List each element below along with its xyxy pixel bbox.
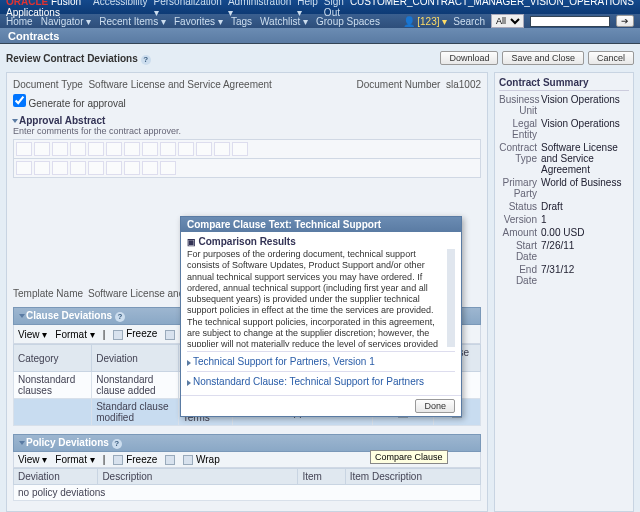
menu-favorites[interactable]: Favorites ▾ (174, 16, 223, 27)
summary-row: StatusDraft (499, 201, 629, 212)
comparison-results-title: ▣ Comparison Results (187, 236, 455, 247)
rte-icon[interactable] (232, 142, 248, 156)
menu-tags[interactable]: Tags (231, 16, 252, 27)
format-menu[interactable]: Format ▾ (55, 329, 94, 340)
col-category[interactable]: Category (14, 345, 92, 372)
summary-row: Business UnitVision Operations (499, 94, 629, 116)
comparison-text: For purposes of the ordering document, t… (187, 249, 455, 347)
rte-toolbar-2[interactable] (13, 159, 481, 178)
rte-icon[interactable] (160, 142, 176, 156)
col-description[interactable]: Description (98, 469, 298, 485)
generate-approval-check[interactable]: Generate for approval (13, 99, 126, 109)
menu-bar: Home Navigator ▾ Recent Items ▾ Favorite… (0, 14, 640, 28)
save-close-button[interactable]: Save and Close (502, 51, 584, 65)
rte-icon[interactable] (70, 161, 86, 175)
rte-icon[interactable] (142, 161, 158, 175)
col-item[interactable]: Item (298, 469, 345, 485)
rte-icon[interactable] (34, 142, 50, 156)
summary-title: Contract Summary (499, 77, 629, 91)
approval-abstract-title: Approval Abstract (13, 115, 481, 126)
compare-tooltip: Compare Clause (370, 450, 448, 464)
rte-icon[interactable] (196, 142, 212, 156)
help-icon[interactable]: ? (141, 55, 151, 65)
rte-icon[interactable] (124, 161, 140, 175)
menu-watchlist[interactable]: Watchlist ▾ (260, 16, 308, 27)
user-menu[interactable]: 👤 [123] ▾ (403, 16, 448, 27)
rte-icon[interactable] (88, 142, 104, 156)
col-deviation[interactable]: Deviation (92, 345, 178, 372)
workarea-tab[interactable]: Contracts (0, 28, 640, 44)
menu-groupspaces[interactable]: Group Spaces (316, 16, 380, 27)
italic-icon[interactable] (34, 161, 50, 175)
menu-navigator[interactable]: Navigator ▾ (41, 16, 92, 27)
link-nonstandard-clause[interactable]: Nonstandard Clause: Technical Support fo… (187, 371, 455, 391)
rte-toolbar-1[interactable] (13, 139, 481, 159)
logo-text: ORACLE (6, 0, 48, 7)
freeze-btn[interactable]: Freeze (113, 328, 157, 339)
menu-home[interactable]: Home (6, 16, 33, 27)
done-button[interactable]: Done (415, 399, 455, 413)
col-deviation[interactable]: Deviation (14, 469, 98, 485)
rte-icon[interactable] (52, 142, 68, 156)
summary-row: End Date7/31/12 (499, 264, 629, 286)
summary-row: Primary PartyWorld of Business (499, 177, 629, 199)
rte-icon[interactable] (178, 142, 194, 156)
rte-icon[interactable] (160, 161, 176, 175)
freeze-icon (113, 330, 123, 340)
wrap-btn[interactable]: Wrap (183, 454, 220, 465)
detach-icon (165, 330, 175, 340)
doc-type: Document Type Software License and Servi… (13, 79, 272, 90)
rte-icon[interactable] (106, 161, 122, 175)
table-row: no policy deviations (14, 485, 481, 501)
compare-dialog: Compare Clause Text: Technical Support ▣… (180, 216, 462, 417)
col-itemdesc[interactable]: Item Description (345, 469, 480, 485)
cancel-button[interactable]: Cancel (588, 51, 634, 65)
policy-table: Deviation Description Item Item Descript… (13, 468, 481, 501)
doc-number: Document Number sla1002 (356, 79, 481, 90)
freeze-icon (113, 455, 123, 465)
rte-icon[interactable] (70, 142, 86, 156)
summary-row: Start Date7/26/11 (499, 240, 629, 262)
page-title: Review Contract Deviations ? (6, 52, 151, 65)
rte-icon[interactable] (88, 161, 104, 175)
global-header: ORACLE Fusion Applications Accessibility… (0, 0, 640, 14)
freeze-btn[interactable]: Freeze (113, 454, 157, 465)
detach-btn[interactable] (165, 328, 175, 339)
approval-abstract-sub: Enter comments for the contract approver… (13, 126, 481, 136)
link-tech-support-v1[interactable]: Technical Support for Partners, Version … (187, 351, 455, 371)
wrap-icon (183, 455, 193, 465)
summary-row: Contract TypeSoftware License and Servic… (499, 142, 629, 175)
menu-recent[interactable]: Recent Items ▾ (99, 16, 166, 27)
summary-row: Legal EntityVision Operations (499, 118, 629, 140)
download-button[interactable]: Download (440, 51, 498, 65)
help-icon[interactable]: ? (115, 312, 125, 322)
detach-icon (165, 455, 175, 465)
rte-icon[interactable] (214, 142, 230, 156)
rte-icon[interactable] (142, 142, 158, 156)
summary-panel: Contract Summary Business UnitVision Ope… (494, 72, 634, 512)
search-scope[interactable]: All (491, 14, 524, 28)
rte-icon[interactable] (124, 142, 140, 156)
bold-icon[interactable] (16, 161, 32, 175)
detach-btn[interactable] (165, 454, 175, 465)
search-go[interactable]: ➔ (616, 15, 634, 27)
underline-icon[interactable] (52, 161, 68, 175)
content-area: Review Contract Deviations ? Download Sa… (0, 44, 640, 512)
search-label: Search (453, 16, 485, 27)
summary-row: Amount0.00 USD (499, 227, 629, 238)
view-menu[interactable]: View ▾ (18, 454, 47, 465)
rte-icon[interactable] (106, 142, 122, 156)
summary-row: Version1 (499, 214, 629, 225)
rte-source-icon[interactable] (16, 142, 32, 156)
format-menu[interactable]: Format ▾ (55, 454, 94, 465)
view-menu[interactable]: View ▾ (18, 329, 47, 340)
help-icon[interactable]: ? (112, 439, 122, 449)
search-input[interactable] (530, 16, 610, 27)
dialog-title: Compare Clause Text: Technical Support (181, 217, 461, 232)
